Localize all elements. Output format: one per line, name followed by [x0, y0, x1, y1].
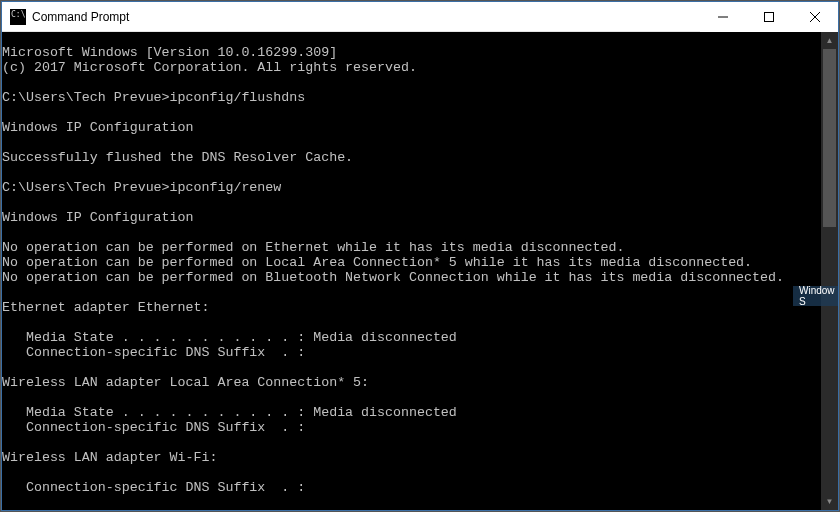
- command-prompt-window: Command Prompt Microsoft Windows [Versio…: [1, 1, 839, 511]
- scroll-thumb[interactable]: [823, 49, 836, 227]
- window-controls: [700, 2, 838, 31]
- window-title: Command Prompt: [32, 10, 700, 24]
- minimize-icon: [718, 12, 728, 22]
- scroll-up-button[interactable]: ▲: [821, 32, 838, 49]
- cmd-icon: [10, 9, 26, 25]
- titlebar[interactable]: Command Prompt: [2, 2, 838, 32]
- close-icon: [810, 12, 820, 22]
- maximize-icon: [764, 12, 774, 22]
- maximize-button[interactable]: [746, 2, 792, 32]
- scroll-down-button[interactable]: ▼: [821, 493, 838, 510]
- minimize-button[interactable]: [700, 2, 746, 32]
- toast-text: Window S: [799, 286, 838, 306]
- terminal-output[interactable]: Microsoft Windows [Version 10.0.16299.30…: [2, 45, 821, 496]
- close-button[interactable]: [792, 2, 838, 32]
- svg-rect-1: [765, 13, 774, 22]
- terminal-area: Microsoft Windows [Version 10.0.16299.30…: [2, 32, 838, 510]
- scroll-track[interactable]: [821, 49, 838, 493]
- notification-toast[interactable]: Window S: [793, 286, 838, 306]
- scrollbar[interactable]: ▲ ▼: [821, 32, 838, 510]
